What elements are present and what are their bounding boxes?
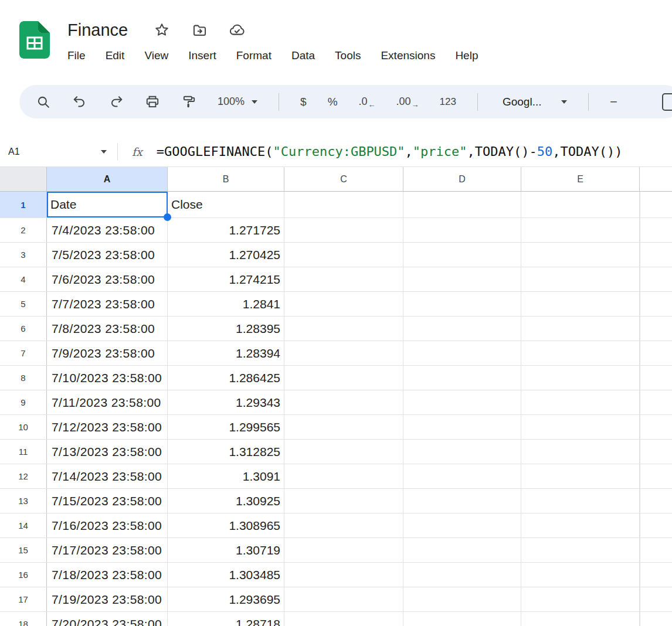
cell-empty[interactable]	[640, 292, 640, 316]
zoom-select[interactable]: 100%	[218, 96, 257, 108]
cell-empty[interactable]	[284, 538, 403, 562]
print-icon[interactable]	[145, 94, 160, 110]
cell-date[interactable]: 7/7/2023 23:58:00	[47, 292, 168, 316]
cell-empty[interactable]	[521, 390, 640, 414]
cell-empty[interactable]	[403, 390, 521, 414]
format-percent-button[interactable]: %	[328, 96, 338, 108]
cell-empty[interactable]	[284, 587, 403, 611]
cell-empty[interactable]	[403, 292, 521, 316]
select-all-corner[interactable]	[0, 167, 47, 191]
cell-close[interactable]: 1.303485	[168, 563, 284, 587]
cell-empty[interactable]	[640, 464, 640, 488]
cell-empty[interactable]	[521, 366, 640, 390]
row-header[interactable]: 15	[0, 538, 47, 562]
cell-empty[interactable]	[521, 243, 640, 267]
row-header[interactable]: 13	[0, 489, 47, 513]
cell-empty[interactable]	[403, 538, 521, 562]
increase-decimal-button[interactable]: .00→	[396, 96, 419, 108]
cell-close[interactable]: 1.28394	[168, 341, 284, 365]
cell-empty[interactable]	[284, 415, 403, 439]
cell-date[interactable]: 7/5/2023 23:58:00	[47, 243, 168, 267]
undo-icon[interactable]	[72, 94, 87, 110]
move-folder-icon[interactable]	[191, 22, 208, 38]
cell-empty[interactable]	[521, 317, 640, 341]
cell-empty[interactable]	[521, 415, 640, 439]
row-header[interactable]: 16	[0, 563, 47, 587]
redo-icon[interactable]	[108, 94, 124, 110]
row-header[interactable]: 18	[0, 612, 47, 626]
cell-empty[interactable]	[521, 464, 640, 488]
cell-empty[interactable]	[403, 563, 521, 587]
more-formats-button[interactable]: 123	[440, 96, 456, 108]
cell-date[interactable]: 7/14/2023 23:58:00	[47, 464, 168, 488]
cell-close[interactable]: 1.29343	[168, 390, 284, 414]
cell-a1-selected[interactable]: Date	[47, 192, 168, 217]
menu-extensions[interactable]: Extensions	[381, 49, 435, 62]
cell-close[interactable]: 1.312825	[168, 440, 284, 464]
cell-close[interactable]: 1.299565	[168, 415, 284, 439]
cell-empty[interactable]	[403, 341, 521, 365]
cell-date[interactable]: 7/10/2023 23:58:00	[47, 366, 168, 390]
column-header-c[interactable]: C	[284, 167, 403, 191]
cell-empty[interactable]	[640, 390, 640, 414]
cell-empty[interactable]	[403, 587, 521, 611]
cell-empty[interactable]	[521, 292, 640, 316]
cell-empty[interactable]	[640, 317, 640, 341]
menu-format[interactable]: Format	[236, 49, 271, 62]
row-header[interactable]: 10	[0, 415, 47, 439]
cell-empty[interactable]	[403, 218, 521, 242]
row-header[interactable]: 6	[0, 317, 47, 341]
font-size-input[interactable]	[662, 93, 672, 111]
cell-date[interactable]: 7/6/2023 23:58:00	[47, 267, 168, 291]
decrease-decimal-button[interactable]: .0←	[359, 96, 375, 108]
cell-close[interactable]: 1.28395	[168, 317, 284, 341]
cell-date[interactable]: 7/15/2023 23:58:00	[47, 489, 168, 513]
cell-empty[interactable]	[284, 513, 403, 537]
fill-handle[interactable]	[164, 213, 171, 221]
cell-empty[interactable]	[640, 243, 640, 267]
row-header-1[interactable]: 1	[0, 192, 47, 217]
cell-date[interactable]: 7/11/2023 23:58:00	[47, 390, 168, 414]
cell-close[interactable]: 1.3091	[168, 464, 284, 488]
cell-empty[interactable]	[284, 366, 403, 390]
cell-empty[interactable]	[403, 366, 521, 390]
cell-empty[interactable]	[403, 317, 521, 341]
cell-empty[interactable]	[403, 192, 521, 217]
cell-empty[interactable]	[640, 538, 640, 562]
cell-close[interactable]: 1.30719	[168, 538, 284, 562]
row-header[interactable]: 8	[0, 366, 47, 390]
cell-date[interactable]: 7/12/2023 23:58:00	[47, 415, 168, 439]
format-currency-button[interactable]: $	[300, 96, 307, 108]
cell-empty[interactable]	[640, 612, 640, 626]
row-header[interactable]: 3	[0, 243, 47, 267]
cell-empty[interactable]	[284, 563, 403, 587]
row-header[interactable]: 17	[0, 587, 47, 611]
column-header-partial[interactable]	[640, 167, 672, 191]
cell-empty[interactable]	[640, 489, 640, 513]
column-header-b[interactable]: B	[168, 167, 284, 191]
sheets-logo-icon[interactable]	[19, 21, 50, 59]
cell-date[interactable]: 7/8/2023 23:58:00	[47, 317, 168, 341]
cell-date[interactable]: 7/19/2023 23:58:00	[47, 587, 168, 611]
cell-empty[interactable]	[640, 563, 640, 587]
cell-empty[interactable]	[284, 464, 403, 488]
star-icon[interactable]	[154, 22, 170, 38]
cell-empty[interactable]	[521, 612, 640, 626]
cell-close[interactable]: 1.293695	[168, 587, 284, 611]
menu-help[interactable]: Help	[455, 49, 478, 62]
menu-data[interactable]: Data	[291, 49, 315, 62]
cell-empty[interactable]	[403, 513, 521, 537]
cell-empty[interactable]	[521, 513, 640, 537]
formula-input[interactable]: =GOOGLEFINANCE("Currency:GBPUSD","price"…	[157, 144, 672, 159]
cell-empty[interactable]	[640, 341, 640, 365]
menu-view[interactable]: View	[144, 49, 168, 62]
cell-empty[interactable]	[521, 267, 640, 291]
row-header[interactable]: 11	[0, 440, 47, 464]
cell-b1[interactable]: Close	[168, 192, 284, 217]
cell-date[interactable]: 7/13/2023 23:58:00	[47, 440, 168, 464]
menu-tools[interactable]: Tools	[335, 49, 361, 62]
menu-insert[interactable]: Insert	[188, 49, 216, 62]
cell-close[interactable]: 1.28718	[168, 612, 284, 626]
cell-empty[interactable]	[521, 538, 640, 562]
cell-empty[interactable]	[284, 243, 403, 267]
